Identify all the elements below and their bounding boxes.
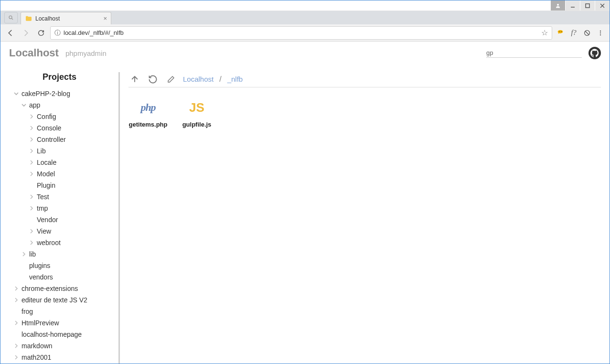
tree-item[interactable]: math2001 [0,352,118,363]
tree-item-label: HtmlPreview [21,319,59,327]
address-bar[interactable]: ⓘ local.dev/_nlfb/#/_nlfb ☆ [50,26,552,40]
tree-item-label: localhost-homepage [21,331,82,338]
chevron-right-icon[interactable] [29,160,36,165]
up-button[interactable] [128,73,141,86]
tree-item[interactable]: frog [0,306,118,317]
maximize-button[interactable] [580,0,595,11]
tree-item[interactable]: Config [0,111,118,122]
tree-item[interactable]: vendors [0,271,118,283]
refresh-button[interactable] [147,73,159,86]
tree-item-label: cakePHP-2-blog [21,90,70,97]
tab-close-icon[interactable]: × [103,15,107,22]
chevron-right-icon[interactable] [14,321,21,325]
app-header: Localhost phpmyadmin gp [0,42,610,64]
forward-button[interactable] [20,27,32,39]
tree-item[interactable]: Console [0,122,118,134]
tree-item[interactable]: Controller [0,134,118,145]
chevron-right-icon[interactable] [29,126,36,130]
tree-item-label: Config [36,113,56,120]
browser-tab[interactable]: Localhost × [21,12,111,24]
chevron-right-icon[interactable] [29,229,36,234]
site-info-icon[interactable]: ⓘ [54,29,61,37]
chevron-down-icon[interactable] [21,103,28,107]
tree-item-label: Vendor [36,216,58,224]
chevron-right-icon[interactable] [29,240,36,245]
search-input[interactable]: gp [486,48,582,58]
minimize-button[interactable] [566,0,580,11]
file-grid: phpgetitems.phpJSgulpfile.js [128,96,601,128]
tree-item[interactable]: chrome-extensions [0,283,118,294]
tree-item[interactable]: Locale [0,157,118,168]
extension-icon-1[interactable] [555,28,566,38]
chevron-right-icon[interactable] [29,171,36,176]
svg-point-7 [559,31,560,32]
chevron-right-icon[interactable] [29,149,36,153]
svg-line-6 [12,19,13,20]
chevron-down-icon[interactable] [14,91,21,96]
chevron-right-icon[interactable] [21,252,28,257]
chevron-right-icon[interactable] [14,298,21,302]
chevron-right-icon[interactable] [29,137,36,142]
tree-item[interactable]: Lib [0,145,118,157]
browser-window: Localhost × ⓘ local.dev/_nlfb/#/_nlfb ☆ … [0,0,610,364]
reload-button[interactable] [35,27,47,39]
svg-point-0 [557,4,559,6]
svg-point-5 [9,16,12,19]
chevron-right-icon[interactable] [29,206,36,211]
tree-item[interactable]: Test [0,191,118,203]
tree-item-label: Plugin [36,182,55,189]
tree-item[interactable]: webroot [0,237,118,248]
file-item[interactable]: phpgetitems.php [128,96,168,128]
svg-point-8 [561,31,562,32]
tab-strip: Localhost × [0,11,610,24]
extension-icon-2[interactable]: f? [568,28,579,38]
tree-item[interactable]: cakePHP-2-blog [0,88,118,99]
tree-item[interactable]: Vendor [0,214,118,225]
tree-item[interactable]: Plugin [0,180,118,191]
app-subtitle-link[interactable]: phpmyadmin [65,49,107,57]
browser-menu-button[interactable] [595,28,606,38]
tree-item[interactable]: app [0,99,118,111]
github-icon[interactable] [589,47,601,59]
edit-button[interactable] [165,73,177,86]
breadcrumb-current[interactable]: _nlfb [227,75,243,83]
file-item[interactable]: JSgulpfile.js [177,96,216,128]
tree-item-label: frog [21,308,33,315]
tree-item[interactable]: plugins [0,260,118,271]
bookmark-star-icon[interactable]: ☆ [541,28,548,37]
user-icon[interactable] [551,0,565,11]
tree-item[interactable]: Model [0,168,118,180]
tree-item[interactable]: HtmlPreview [0,317,118,329]
tree-item-label: chrome-extensions [21,285,78,292]
chevron-right-icon[interactable] [29,194,36,199]
browser-toolbar: ⓘ local.dev/_nlfb/#/_nlfb ☆ f? [0,24,610,42]
chevron-right-icon[interactable] [14,355,21,360]
tree-item[interactable]: lib [0,248,118,260]
tree-item[interactable]: localhost-homepage [0,329,118,340]
file-name: getitems.php [128,121,168,128]
folder-icon [25,15,32,22]
breadcrumb-root[interactable]: Localhost [183,75,214,83]
project-tree: cakePHP-2-blogappConfigConsoleController… [0,88,118,363]
app-title[interactable]: Localhost [9,47,59,59]
toolbar-row: Localhost / _nlfb [128,71,601,87]
tab-search-button[interactable] [4,12,18,23]
chevron-right-icon[interactable] [14,343,21,348]
svg-rect-2 [586,4,589,8]
main-panel: Localhost / _nlfb phpgetitems.phpJSgulpf… [120,64,610,364]
chevron-right-icon[interactable] [29,114,36,119]
breadcrumb-sep: / [219,75,221,84]
chevron-right-icon[interactable] [14,286,21,291]
tree-item-label: Locale [36,159,56,166]
tree-item[interactable]: editeur de texte JS V2 [0,294,118,306]
tree-item-label: editeur de texte JS V2 [21,296,87,304]
tree-item-label: Model [36,170,55,178]
tree-item[interactable]: View [0,225,118,237]
back-button[interactable] [4,27,17,39]
close-button[interactable] [595,0,610,11]
tree-item[interactable]: tmp [0,203,118,214]
tree-item-label: View [36,227,51,235]
tree-item[interactable]: markdown [0,340,118,352]
tree-item-label: webroot [36,239,61,246]
extension-icon-3[interactable] [582,28,592,38]
